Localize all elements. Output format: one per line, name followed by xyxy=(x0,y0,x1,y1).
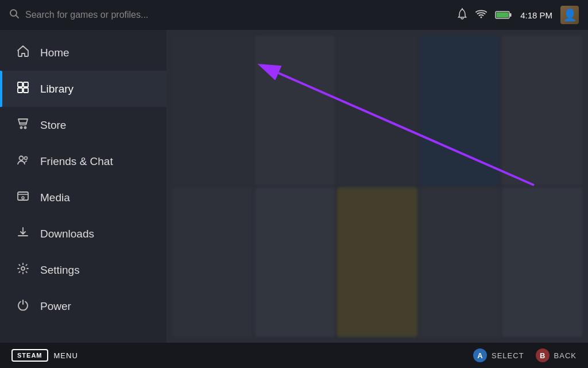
sidebar-item-label-home: Home xyxy=(40,47,69,59)
clock: 4:18 PM xyxy=(520,10,552,20)
thumb-card xyxy=(172,187,253,337)
battery-icon xyxy=(495,11,512,19)
svg-point-11 xyxy=(21,127,22,129)
svg-line-14 xyxy=(26,123,27,125)
svg-rect-9 xyxy=(18,88,22,93)
sidebar-item-store[interactable]: Store xyxy=(0,107,167,143)
thumb-card xyxy=(337,36,417,185)
sidebar-item-label-downloads: Downloads xyxy=(40,228,94,240)
sidebar-item-downloads[interactable]: Downloads xyxy=(0,216,167,252)
sidebar-item-power[interactable]: Power xyxy=(0,288,167,324)
media-icon xyxy=(16,190,30,205)
sidebar-item-home[interactable]: Home xyxy=(0,34,167,71)
svg-point-16 xyxy=(20,156,24,160)
power-icon xyxy=(16,298,30,314)
thumb-card xyxy=(502,187,582,337)
svg-rect-6 xyxy=(510,13,512,17)
svg-line-1 xyxy=(16,15,19,18)
svg-point-19 xyxy=(22,197,24,199)
thumb-card xyxy=(420,36,500,185)
sidebar-item-library[interactable]: Library xyxy=(0,71,167,107)
back-hint: B BACK xyxy=(536,348,577,362)
thumb-card xyxy=(502,36,582,185)
top-bar-right: 4:18 PM 👤 xyxy=(457,6,579,24)
sidebar-item-friends[interactable]: Friends & Chat xyxy=(0,143,167,179)
friends-icon xyxy=(16,154,30,169)
sidebar-item-label-power: Power xyxy=(40,300,71,313)
thumb-card xyxy=(255,36,335,185)
svg-rect-8 xyxy=(24,82,28,87)
sidebar-item-label-settings: Settings xyxy=(40,264,80,277)
svg-point-3 xyxy=(481,16,482,18)
a-button[interactable]: A xyxy=(473,348,487,362)
steam-badge[interactable]: STEAM xyxy=(11,349,48,362)
bottom-bar: STEAM MENU A SELECT B BACK xyxy=(0,343,588,368)
menu-label: MENU xyxy=(54,351,78,360)
svg-line-13 xyxy=(20,123,20,125)
svg-point-17 xyxy=(25,157,28,160)
select-hint: A SELECT xyxy=(473,348,524,362)
avatar-image: 👤 xyxy=(560,6,579,24)
search-area[interactable]: Search for games or profiles... xyxy=(9,9,457,22)
top-bar: Search for games or profiles... xyxy=(0,0,588,30)
home-icon xyxy=(16,45,30,60)
sidebar-item-label-friends: Friends & Chat xyxy=(40,155,113,168)
steam-logo: STEAM xyxy=(17,352,42,359)
bg-thumbnails xyxy=(167,30,588,343)
thumb-card xyxy=(172,36,253,185)
search-icon xyxy=(9,9,20,22)
wifi-icon xyxy=(475,9,487,21)
search-placeholder: Search for games or profiles... xyxy=(25,10,148,20)
sidebar-item-media[interactable]: Media xyxy=(0,179,167,216)
svg-rect-5 xyxy=(497,13,509,18)
bottom-bar-buttons: A SELECT B BACK xyxy=(473,348,577,362)
thumb-card xyxy=(255,187,335,337)
sidebar-item-label-library: Library xyxy=(40,83,74,95)
select-label: SELECT xyxy=(492,351,524,360)
svg-rect-7 xyxy=(18,82,22,87)
content-area xyxy=(167,30,588,343)
main-layout: HomeLibraryStoreFriends & ChatMediaDownl… xyxy=(0,30,588,343)
settings-icon xyxy=(16,262,30,278)
svg-point-20 xyxy=(21,267,25,270)
avatar[interactable]: 👤 xyxy=(560,6,579,24)
library-icon xyxy=(16,81,30,97)
svg-point-12 xyxy=(25,127,26,129)
thumb-card xyxy=(337,187,417,337)
back-label: BACK xyxy=(554,351,577,360)
sidebar: HomeLibraryStoreFriends & ChatMediaDownl… xyxy=(0,30,167,343)
notification-icon[interactable] xyxy=(457,8,467,22)
store-icon xyxy=(16,117,30,133)
sidebar-item-label-media: Media xyxy=(40,191,70,204)
b-button[interactable]: B xyxy=(536,348,550,362)
svg-rect-10 xyxy=(24,88,28,93)
sidebar-item-settings[interactable]: Settings xyxy=(0,252,167,288)
content-background xyxy=(167,30,588,343)
sidebar-item-label-store: Store xyxy=(40,119,66,132)
downloads-icon xyxy=(16,226,30,241)
thumb-card xyxy=(420,187,500,337)
